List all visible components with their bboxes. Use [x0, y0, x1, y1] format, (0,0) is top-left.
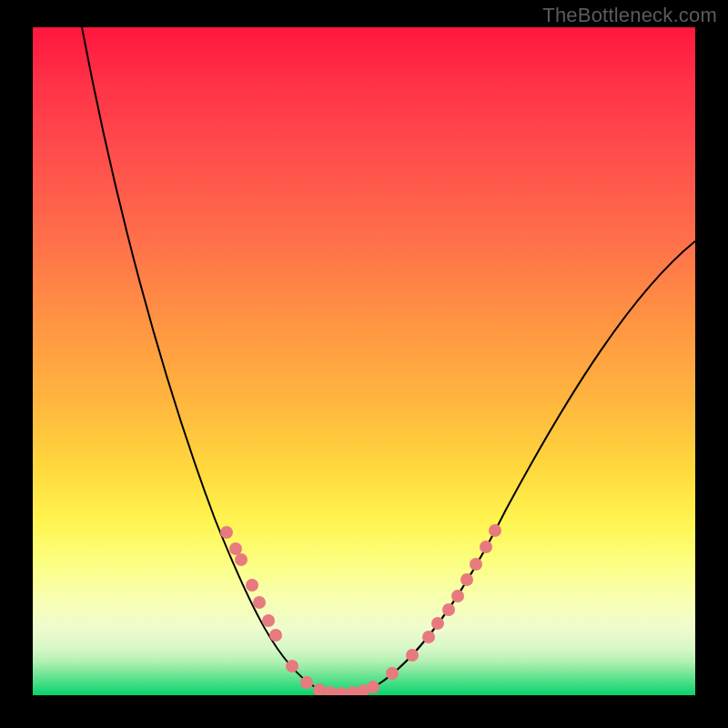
curve-marker [357, 684, 369, 695]
curve-marker [451, 590, 464, 602]
bottleneck-curve [82, 27, 695, 694]
curve-marker [235, 553, 248, 566]
curve-marker [220, 526, 233, 539]
marker-layer [220, 524, 501, 695]
curve-marker [489, 524, 501, 537]
curve-marker [422, 631, 435, 643]
curve-marker [262, 614, 275, 627]
curve-marker [346, 686, 359, 695]
curve-marker [253, 596, 266, 609]
curve-marker [324, 686, 337, 695]
watermark-text: TheBottleneck.com [542, 4, 717, 27]
curve-marker [335, 687, 348, 695]
curve-marker [460, 573, 473, 586]
curve-marker [286, 660, 298, 672]
curve-marker [313, 683, 326, 695]
curve-marker [269, 629, 282, 642]
curve-svg [33, 27, 695, 695]
curve-marker [246, 579, 258, 592]
curve-marker [480, 541, 492, 553]
curve-marker [406, 649, 419, 662]
chart-frame: TheBottleneck.com [0, 0, 728, 728]
gradient-plot-area [33, 27, 695, 695]
curve-marker [367, 681, 379, 693]
curve-marker [442, 603, 455, 616]
curve-marker [300, 676, 313, 689]
curve-marker [386, 667, 399, 680]
curve-marker [431, 617, 444, 630]
curve-marker [229, 542, 242, 555]
curve-marker [470, 558, 482, 571]
